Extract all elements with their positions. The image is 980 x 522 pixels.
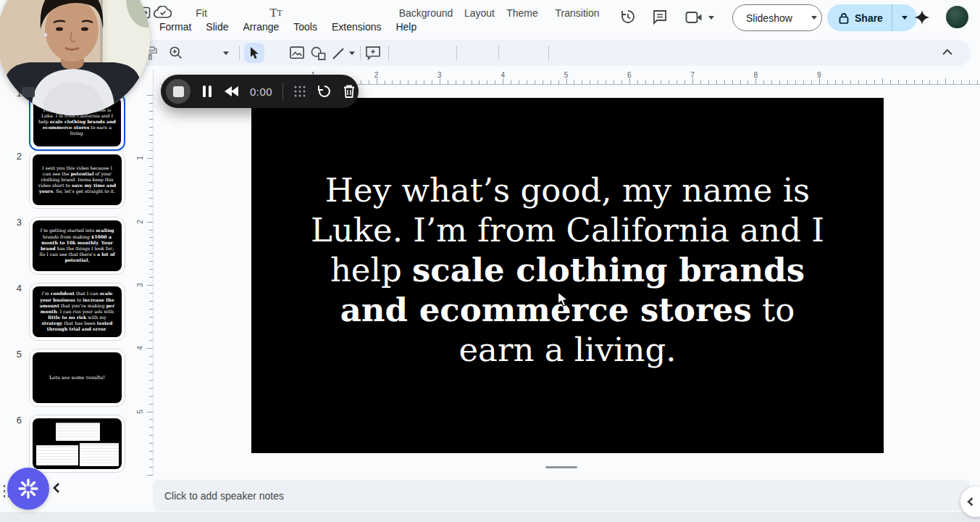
speaker-notes-placeholder: Click to add speaker notes [164,490,284,502]
restart-recording-icon[interactable] [317,84,332,99]
share-label: Share [855,12,883,24]
theme-button[interactable]: Theme [504,0,540,26]
table-screenshot [36,445,78,465]
thumb-number: 6 [7,415,22,426]
collapse-toolbar-icon[interactable] [942,49,953,56]
pause-icon[interactable] [202,85,212,98]
ruler-number: 2 [136,220,144,224]
bottom-strip [0,512,980,522]
stop-recording-button[interactable] [166,79,190,104]
slide-canvas[interactable]: Hey what’s good, my name is Luke. I’m fr… [251,98,884,453]
loom-recorder-button[interactable] [7,468,49,510]
share-button[interactable]: Share [827,4,917,31]
textbox-tool-button[interactable]: TT [265,0,287,26]
zoom-select[interactable]: Fit [187,0,216,26]
recording-timer: 0:00 [250,86,272,98]
cloud-saved-icon[interactable] [154,6,172,20]
ruler-number: 7 [690,71,695,79]
select-tool-button[interactable] [244,43,264,63]
background-button[interactable]: Background [396,0,456,26]
slide-thumbnail-5[interactable]: Lets see some results! [29,349,125,407]
gemini-sparkle-icon[interactable] [914,9,930,25]
add-comment-icon[interactable] [365,46,381,60]
lock-icon [839,12,849,24]
mouse-cursor [557,291,569,307]
insert-shape-icon[interactable] [310,46,327,61]
recorder-divider [282,82,283,101]
ruler-number: 4 [501,71,505,79]
rewind-icon[interactable] [224,86,240,97]
drag-handle-icon[interactable] [293,85,306,98]
slide-thumbnail-2[interactable]: I sent you this video because I can see … [29,151,125,209]
thumb-text: Lets see some results! [44,373,110,383]
slide-thumbnail-3[interactable]: I’m getting started into scaling brands … [29,217,125,275]
thumb-number: 5 [7,349,22,360]
ruler-number: 3 [136,283,144,287]
ruler-number: 3 [437,71,442,79]
slide-thumbnail-4[interactable]: I’m confident that I can scale your busi… [29,283,125,341]
zoom-value: Fit [196,7,207,19]
table-screenshot [56,423,101,442]
filmstrip-divider [153,70,154,476]
ruler-number: 5 [564,71,569,79]
table-screenshot [80,443,119,466]
loom-flower-icon [17,478,39,500]
ruler-number: 9 [817,71,821,79]
delete-recording-icon[interactable] [343,84,356,99]
webcam-video-frame [0,0,150,115]
thumb-number: 4 [7,283,22,294]
slideshow-dropdown[interactable] [803,16,826,20]
camera-dropdown-caret[interactable] [708,16,714,20]
layout-button[interactable]: Layout [461,0,498,26]
recording-toolbar: 0:00 [161,75,359,108]
transition-button[interactable]: Transition [553,0,601,26]
speaker-notes[interactable]: Click to add speaker notes [153,480,970,511]
slideshow-button[interactable]: Slideshow [732,4,822,31]
collapse-loom-icon[interactable] [52,482,61,494]
version-history-icon[interactable] [619,8,637,25]
ruler-number: 8 [754,71,758,79]
google-slides-window: Format Slide Arrange Tools Extensions He… [0,0,980,522]
ruler-number: 5 [136,410,144,414]
line-caret[interactable] [349,51,355,55]
ruler-number: 6 [627,71,632,79]
ruler-number: 1 [136,157,144,161]
account-avatar[interactable] [946,6,968,28]
thumb-text: I sent you this video because I can see … [33,164,122,196]
thumb-number: 2 [7,151,22,162]
ruler-number: 4 [136,346,144,350]
meet-camera-icon[interactable] [685,10,705,25]
menu-tools[interactable]: Tools [291,20,319,34]
menu-extensions[interactable]: Extensions [330,20,383,34]
slideshow-label: Slideshow [733,12,803,24]
thumb-text: I’m getting started into scaling brands … [33,226,122,265]
slide-thumbnail-6[interactable] [29,415,125,473]
notes-resize-handle[interactable] [545,466,577,468]
zoom-caret[interactable] [223,51,229,55]
slide-text[interactable]: Hey what’s good, my name is Luke. I’m fr… [273,170,862,370]
chevron-left-icon [966,497,974,507]
zoom-icon[interactable] [168,45,184,61]
comments-icon[interactable] [651,8,669,25]
thumb-number: 3 [7,217,22,228]
select-cursor-icon [248,46,260,59]
share-dropdown[interactable] [892,16,917,20]
thumb-text: I’m confident that I can scale your busi… [33,289,122,334]
ruler-number: 2 [374,71,379,79]
insert-image-icon[interactable] [289,46,305,60]
insert-line-icon[interactable] [331,46,345,61]
webcam-overlay[interactable] [0,0,150,115]
